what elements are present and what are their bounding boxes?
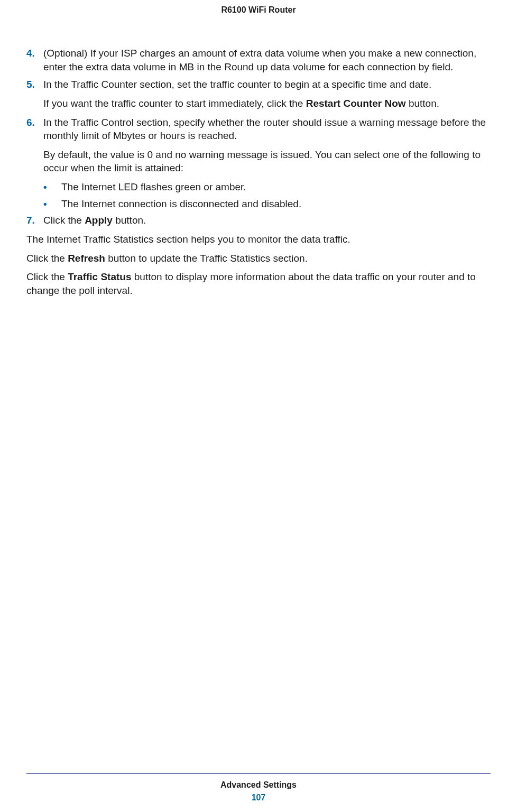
page-content: 4. (Optional) If your ISP charges an amo… [0,47,517,298]
text-segment: If you want the traffic counter to start… [43,98,306,109]
bullet-text: The Internet LED flashes green or amber. [61,180,246,194]
step-4: 4. (Optional) If your ISP charges an amo… [26,47,491,73]
paragraph-1: The Internet Traffic Statistics section … [26,233,491,246]
bullet-icon: • [43,197,61,211]
step-text: Click the Apply button. [43,214,491,227]
step-number: 7. [26,214,43,227]
bold-text: Refresh [68,253,105,264]
step-number: 6. [26,116,43,143]
text-segment: button. [406,98,439,109]
step-number: 5. [26,78,43,91]
step-text: In the Traffic Control section, specify … [43,116,491,143]
step-7: 7. Click the Apply button. [26,214,491,227]
text-segment: button to update the Traffic Statistics … [105,253,308,264]
step-5-subtext: If you want the traffic counter to start… [43,97,491,110]
bullet-icon: • [43,180,61,194]
paragraph-2: Click the Refresh button to update the T… [26,252,491,265]
bullet-text: The Internet connection is disconnected … [61,197,301,211]
footer-divider [26,773,491,774]
step-6-subtext: By default, the value is 0 and no warnin… [43,148,491,175]
step-number: 4. [26,47,43,73]
step-5: 5. In the Traffic Counter section, set t… [26,78,491,91]
text-segment: Click the [26,271,68,282]
bold-text: Restart Counter Now [306,98,406,109]
step-6: 6. In the Traffic Control section, speci… [26,116,491,143]
step-text: In the Traffic Counter section, set the … [43,78,491,91]
paragraph-3: Click the Traffic Status button to displ… [26,270,491,297]
bullet-item-1: • The Internet LED flashes green or ambe… [43,180,491,194]
bullet-item-2: • The Internet connection is disconnecte… [43,197,491,211]
step-text: (Optional) If your ISP charges an amount… [43,47,491,73]
footer-section-title: Advanced Settings [0,780,517,790]
page-footer: Advanced Settings 107 [0,773,517,802]
text-segment: Click the [43,215,85,226]
bold-text: Apply [85,215,113,226]
bold-text: Traffic Status [68,271,131,282]
text-segment: button. [113,215,146,226]
page-header-title: R6100 WiFi Router [0,0,517,47]
footer-page-number: 107 [0,793,517,802]
text-segment: Click the [26,253,68,264]
